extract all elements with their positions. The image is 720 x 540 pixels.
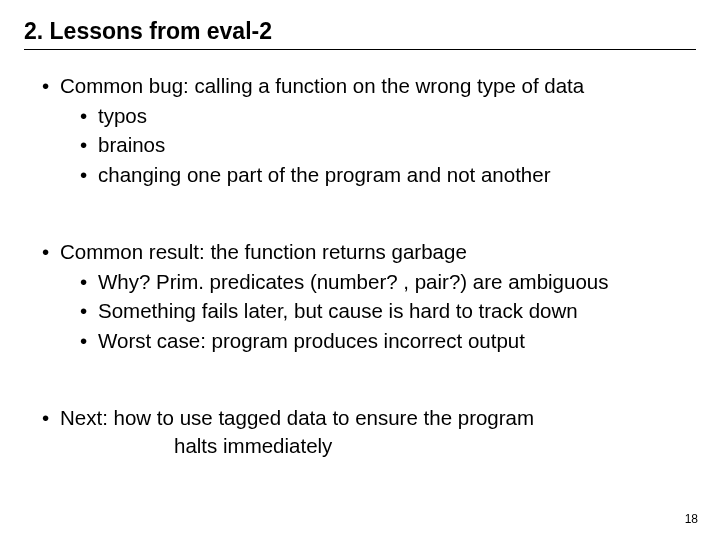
- section-common-result: •Common result: the function returns gar…: [24, 238, 696, 356]
- bullet-lead: •Common result: the function returns gar…: [42, 238, 696, 267]
- bullet-text: Common bug: calling a function on the wr…: [60, 74, 584, 97]
- bullet-sub: •Something fails later, but cause is har…: [80, 296, 696, 326]
- bullet-text: changing one part of the program and not…: [98, 163, 550, 186]
- bullet-text: Something fails later, but cause is hard…: [98, 299, 578, 322]
- bullet-continuation: halts immediately: [174, 432, 696, 461]
- bullet-lead: •Common bug: calling a function on the w…: [42, 72, 696, 101]
- slide-title: 2. Lessons from eval-2: [24, 18, 696, 45]
- page-number: 18: [685, 512, 698, 526]
- bullet-sub: •Worst case: program produces incorrect …: [80, 326, 696, 356]
- bullet-sub: •brainos: [80, 130, 696, 160]
- bullet-sub: •typos: [80, 101, 696, 131]
- bullet-text: Worst case: program produces incorrect o…: [98, 329, 525, 352]
- bullet-sub: •Why? Prim. predicates (number? , pair?)…: [80, 267, 696, 297]
- bullet-lead: •Next: how to use tagged data to ensure …: [42, 404, 696, 433]
- bullet-text: Common result: the function returns garb…: [60, 240, 467, 263]
- bullet-text: Why? Prim. predicates (number? , pair?) …: [98, 270, 608, 293]
- title-rule: [24, 49, 696, 50]
- bullet-text: Next: how to use tagged data to ensure t…: [60, 406, 534, 429]
- bullet-text: brainos: [98, 133, 165, 156]
- bullet-sub: •changing one part of the program and no…: [80, 160, 696, 190]
- bullet-text: typos: [98, 104, 147, 127]
- section-next: •Next: how to use tagged data to ensure …: [24, 404, 696, 461]
- section-common-bug: •Common bug: calling a function on the w…: [24, 72, 696, 190]
